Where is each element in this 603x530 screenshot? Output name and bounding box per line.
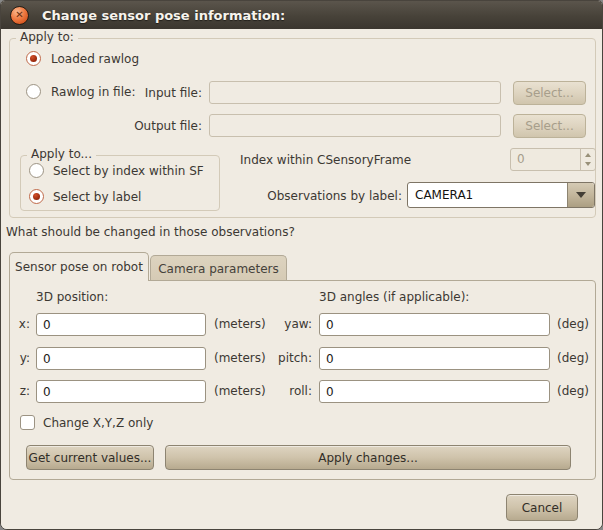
select-by-index-radio[interactable] <box>29 163 44 178</box>
index-spinner-value: 0 <box>511 149 580 170</box>
change-xyz-only-label: Change X,Y,Z only <box>43 416 153 430</box>
index-within-sf-label: Index within CSensoryFrame <box>240 153 411 167</box>
select-by-label-radio[interactable] <box>29 189 44 204</box>
yaw-input[interactable] <box>319 313 550 336</box>
apply-to-legend: Apply to: <box>16 30 78 44</box>
apply-to-group: Apply to: Loaded rawlog Rawlog in file: … <box>9 38 596 218</box>
question-label: What should be changed in those observat… <box>6 225 295 239</box>
output-file-label: Output file: <box>118 119 202 133</box>
observations-combobox[interactable]: CAMERA1 <box>407 182 595 208</box>
get-current-values-button[interactable]: Get current values... <box>26 445 154 470</box>
close-icon: ✕ <box>15 10 23 20</box>
output-file-field[interactable] <box>209 114 501 137</box>
loaded-rawlog-radio[interactable] <box>26 51 41 66</box>
tab-camera-parameters[interactable]: Camera parameters <box>150 255 287 281</box>
input-file-label: Input file: <box>125 86 202 100</box>
spinner-up-icon[interactable] <box>585 153 591 157</box>
pitch-input[interactable] <box>319 347 550 370</box>
sensor-pose-panel: 3D position: 3D angles (if applicable): … <box>9 280 596 480</box>
roll-unit-label: (deg) <box>557 384 589 398</box>
tab-sensor-pose-label: Sensor pose on robot <box>15 260 143 274</box>
chevron-down-icon <box>576 192 586 198</box>
observations-combobox-value: CAMERA1 <box>408 183 567 207</box>
roll-input[interactable] <box>319 380 550 403</box>
pitch-unit-label: (deg) <box>557 351 589 365</box>
spinner-down-icon[interactable] <box>585 162 591 166</box>
tab-camera-parameters-label: Camera parameters <box>158 262 279 276</box>
window-title: Change sensor pose information: <box>42 8 285 23</box>
z-input[interactable] <box>36 380 206 403</box>
cancel-button[interactable]: Cancel <box>506 494 578 521</box>
angles-header: 3D angles (if applicable): <box>319 290 469 304</box>
selection-mode-group: Apply to... Select by index within SF Se… <box>20 155 220 211</box>
pitch-label: pitch: <box>246 351 312 365</box>
select-input-file-button[interactable]: Select... <box>513 81 586 105</box>
dialog-content: Apply to: Loaded rawlog Rawlog in file: … <box>1 29 602 529</box>
yaw-unit-label: (deg) <box>557 317 589 331</box>
combobox-dropdown-button[interactable] <box>567 183 594 207</box>
spinner-arrows[interactable] <box>580 149 595 170</box>
apply-changes-button[interactable]: Apply changes... <box>165 445 571 470</box>
select-by-label-label: Select by label <box>53 190 141 204</box>
change-xyz-only-checkbox[interactable] <box>20 415 35 430</box>
select-output-file-button[interactable]: Select... <box>513 114 586 138</box>
rawlog-in-file-radio[interactable] <box>26 84 41 99</box>
rawlog-in-file-label: Rawlog in file: <box>51 85 135 99</box>
close-button[interactable]: ✕ <box>10 6 29 25</box>
index-spinner[interactable]: 0 <box>510 148 596 171</box>
x-input[interactable] <box>36 313 206 336</box>
yaw-label: yaw: <box>246 317 312 331</box>
roll-label: roll: <box>246 384 312 398</box>
select-by-index-label: Select by index within SF <box>53 164 204 178</box>
observations-by-label-label: Observations by label: <box>240 189 402 203</box>
selection-mode-legend: Apply to... <box>27 147 96 161</box>
x-label: x: <box>12 317 30 331</box>
y-label: y: <box>12 351 30 365</box>
z-label: z: <box>12 384 30 398</box>
loaded-rawlog-label: Loaded rawlog <box>51 52 139 66</box>
y-input[interactable] <box>36 347 206 370</box>
tab-sensor-pose[interactable]: Sensor pose on robot <box>9 252 149 281</box>
input-file-field[interactable] <box>209 81 501 104</box>
title-bar: ✕ Change sensor pose information: <box>1 1 602 29</box>
position-header: 3D position: <box>36 290 108 304</box>
dialog-window: ✕ Change sensor pose information: Apply … <box>0 0 603 530</box>
